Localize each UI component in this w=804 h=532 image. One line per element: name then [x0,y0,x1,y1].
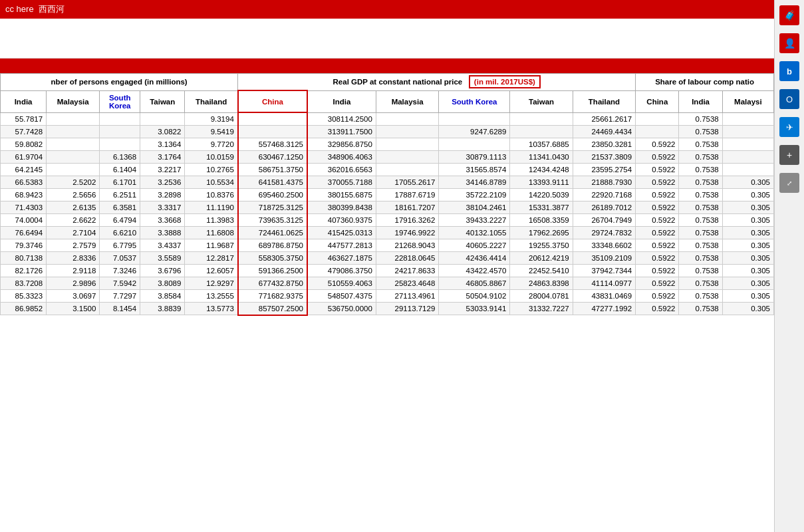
table-row: 74.00042.66226.47943.366811.3983739635.3… [1,213,774,226]
cell-india-persons: 82.1726 [1,264,47,277]
expand-icon[interactable]: ⤢ [779,173,799,193]
cell-india-persons: 64.2145 [1,163,47,176]
cell-thailand-persons: 10.0159 [185,150,238,163]
cell-sk-gdp: 9247.6289 [439,125,510,138]
table-row: 68.94232.56566.25113.289810.8376695460.2… [1,188,774,201]
cell-malaysia-gdp: 17916.3262 [376,213,438,226]
cell-thailand-gdp: 35109.2109 [573,251,635,264]
col-southkorea-persons: SouthKorea [100,90,140,112]
cell-india-share: 0.7538 [679,125,722,138]
col-china-gdp: China [238,90,307,112]
cell-china-share: 0.5922 [636,251,679,264]
cell-taiwan-persons: 3.4337 [140,239,185,251]
cell-sk-gdp: 39433.2227 [439,213,510,226]
cell-sk-gdp: 38104.2461 [439,201,510,213]
cell-india-gdp: 510559.4063 [307,277,376,289]
cell-taiwan-persons: 3.8839 [140,302,185,315]
labour-share-header: Share of labour comp natio [636,74,774,91]
cell-malaysia-persons: 2.9896 [47,277,100,289]
graph-icon[interactable]: ✈ [779,117,799,137]
cell-malaysia-share: 0.305 [722,226,773,239]
cell-india-persons: 76.6494 [1,226,47,239]
cell-thailand-persons: 12.2817 [185,251,238,264]
cell-india-share: 0.7538 [679,251,722,264]
cell-malaysia-gdp [376,125,438,138]
col-taiwan-persons: Taiwan [140,90,185,112]
cell-malaysia-share [722,150,773,163]
cell-china-gdp: 695460.2500 [238,188,307,201]
cell-india-share: 0.7538 [679,277,722,289]
cell-china-share: 0.5922 [636,264,679,277]
cell-india-share: 0.7538 [679,264,722,277]
cell-southkorea-persons: 6.7795 [100,239,140,251]
cell-china-share: 0.5922 [636,213,679,226]
cell-taiwan-persons: 3.0822 [140,125,185,138]
cell-taiwan-gdp [510,125,573,138]
cell-malaysia-persons [47,163,100,176]
cell-india-share: 0.7538 [679,176,722,188]
cell-taiwan-gdp: 31332.7227 [510,302,573,315]
table-row: 79.37462.75796.77953.433711.9687689786.8… [1,239,774,251]
col-malaysia-persons: Malaysia [47,90,100,112]
cell-thailand-gdp: 22920.7168 [573,188,635,201]
cell-sk-gdp: 30879.1113 [439,150,510,163]
cell-china-share: 0.5922 [636,239,679,251]
cell-malaysia-persons: 2.7579 [47,239,100,251]
cell-thailand-persons: 11.1190 [185,201,238,213]
cell-thailand-persons: 9.5419 [185,125,238,138]
table-row: 80.71382.83367.05373.558912.2817558305.3… [1,251,774,264]
cell-taiwan-persons: 3.1364 [140,138,185,150]
cell-india-gdp: 348906.4063 [307,150,376,163]
col-thailand-gdp: Thailand [573,90,635,112]
cell-malaysia-gdp [376,138,438,150]
cell-sk-gdp: 40132.1055 [439,226,510,239]
cell-india-persons: 59.8082 [1,138,47,150]
cell-thailand-persons: 13.2555 [185,289,238,302]
col-malaysia-gdp: Malaysia [376,90,438,112]
cell-india-share: 0.7538 [679,226,722,239]
cell-malaysia-gdp [376,112,438,125]
cell-malaysia-gdp [376,150,438,163]
table-row: 82.17262.91187.32463.679612.6057591366.2… [1,264,774,277]
cell-thailand-gdp: 29724.7832 [573,226,635,239]
cell-malaysia-persons: 2.5202 [47,176,100,188]
briefcase-icon[interactable]: 🧳 [779,5,799,25]
add-icon[interactable]: + [779,145,799,165]
cell-thailand-gdp: 21888.7930 [573,176,635,188]
cell-india-persons: 71.4303 [1,201,47,213]
col-southkorea-gdp: South Korea [439,90,510,112]
cell-malaysia-gdp: 29113.7129 [376,302,438,315]
cell-india-gdp: 362016.6563 [307,163,376,176]
cell-malaysia-gdp: 22818.0645 [376,251,438,264]
cell-malaysia-persons: 2.7104 [47,226,100,239]
cell-southkorea-persons: 6.2511 [100,188,140,201]
cell-sk-gdp: 53033.9141 [439,302,510,315]
cell-china-gdp [238,125,307,138]
cell-sk-gdp [439,112,510,125]
cell-taiwan-persons: 3.8089 [140,277,185,289]
cell-malaysia-gdp: 17055.2617 [376,176,438,188]
cell-china-share: 0.5922 [636,302,679,315]
cell-india-gdp: 479086.3750 [307,264,376,277]
cell-malaysia-persons: 2.8336 [47,251,100,264]
cell-india-gdp: 313911.7500 [307,125,376,138]
cell-malaysia-gdp: 21268.9043 [376,239,438,251]
cell-india-gdp: 380399.8438 [307,201,376,213]
cell-southkorea-persons [100,125,140,138]
cell-china-gdp [238,112,307,125]
bing-icon[interactable]: b [779,61,799,81]
outlook-icon[interactable]: O [779,89,799,109]
cell-taiwan-gdp: 15331.3877 [510,201,573,213]
header-white-area [0,19,774,59]
cell-china-share: 0.5922 [636,188,679,201]
cell-thailand-persons: 13.5773 [185,302,238,315]
person-icon[interactable]: 👤 [779,33,799,53]
cell-india-share: 0.7538 [679,302,722,315]
cell-malaysia-share: 0.305 [722,251,773,264]
col-malaysia-share: Malaysi [722,90,773,112]
cell-sk-gdp: 35722.2109 [439,188,510,201]
cell-thailand-persons: 9.7720 [185,138,238,150]
cell-china-gdp: 771682.9375 [238,289,307,302]
cell-india-persons: 74.0004 [1,213,47,226]
cell-taiwan-gdp: 28004.0781 [510,289,573,302]
